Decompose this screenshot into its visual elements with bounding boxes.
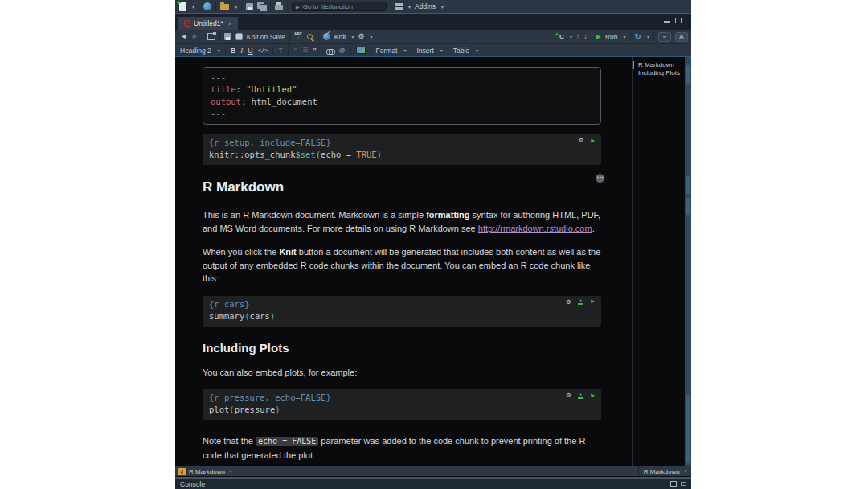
new-project-icon[interactable] — [203, 2, 211, 10]
tab-close-icon[interactable]: × — [228, 20, 232, 27]
save-all-icon[interactable] — [257, 2, 266, 10]
citation-button[interactable]: @ — [338, 47, 345, 54]
editor-content-area: --- title: "Untitled" output: html_docum… — [175, 57, 691, 466]
status-left[interactable]: # R Markdown ▴ ▾ — [175, 468, 231, 475]
bulleted-list-button[interactable]: ≡ — [293, 47, 297, 54]
chunk-options-gear-icon[interactable]: ⚙ — [579, 137, 583, 144]
run-chunk-icon[interactable]: ▶ — [591, 138, 595, 144]
numbered-list-button[interactable]: ≣ — [302, 47, 309, 54]
find-replace-icon[interactable] — [306, 33, 314, 41]
blockquote-button[interactable]: ” — [313, 49, 317, 55]
spellcheck-icon[interactable]: ABC ✓ — [294, 33, 302, 41]
tab-title: Untitled1* — [194, 19, 223, 27]
addins-grid-icon[interactable] — [395, 3, 403, 10]
code-format-button[interactable]: </> — [258, 47, 268, 54]
link-button[interactable] — [326, 49, 334, 53]
insert-menu[interactable]: Insert — [416, 47, 433, 55]
settings-dropdown-icon[interactable]: ▾ — [371, 34, 373, 39]
run-play-icon[interactable]: ▶ — [596, 34, 601, 40]
code-token: ) — [270, 311, 275, 321]
yaml-metadata-block[interactable]: --- title: "Untitled" output: html_docum… — [203, 67, 601, 125]
divider-segment — [686, 176, 690, 194]
goto-file-function-input[interactable]: ▶ Go to file/function — [292, 2, 387, 11]
paragraph-text: When you click the — [203, 247, 279, 257]
toolbar-separator — [199, 2, 199, 11]
chunk-options-gear-icon[interactable]: ⚙ — [567, 392, 571, 399]
code-chunk-setup[interactable]: {r setup, include=FALSE} knitr::opts_chu… — [203, 134, 601, 165]
paragraph-text: This is an R Markdown document. Markdown… — [203, 210, 426, 220]
yaml-fence: --- — [211, 109, 226, 118]
rmarkdown-link[interactable]: http://rmarkdown.rstudio.com — [478, 224, 592, 233]
run-all-chunks-above-icon[interactable]: ▾ — [578, 298, 583, 305]
code-token: TRUE — [356, 150, 376, 159]
document-column: --- title: "Untitled" output: html_docum… — [203, 57, 601, 462]
addins-grid-dropdown-icon[interactable]: ▾ — [408, 4, 411, 10]
format-menu-dropdown-icon[interactable]: ▾ — [403, 47, 406, 53]
run-all-chunks-above-icon[interactable]: ▾ — [578, 392, 583, 399]
rerun-icon[interactable]: ↻ — [635, 33, 641, 41]
code-chunk-pressure[interactable]: {r pressure, echo=FALSE} plot(pressure) … — [203, 389, 601, 420]
code-chunk-cars[interactable]: {r cars} summary(cars) ⚙ ▾ ▶ — [203, 296, 601, 327]
run-dropdown-icon[interactable]: ▾ — [624, 34, 626, 39]
italic-button[interactable]: I — [240, 47, 243, 55]
outline-item-including-plots[interactable]: Including Plots — [633, 69, 691, 77]
knit-dropdown-icon[interactable]: ▾ — [351, 34, 354, 39]
heading-dropdown-icon[interactable]: ▾ — [218, 47, 220, 53]
bold-button[interactable]: B — [231, 47, 236, 55]
new-file-icon[interactable] — [179, 2, 186, 11]
goto-placeholder: Go to file/function — [303, 3, 353, 10]
go-to-next-chunk-icon[interactable]: ↓ — [583, 33, 588, 40]
save-document-icon[interactable] — [224, 33, 231, 40]
console-maximize-icon[interactable] — [681, 482, 686, 486]
editor-options-dots-button[interactable]: ⋯ — [596, 174, 604, 183]
clear-formatting-button[interactable]: T — [278, 47, 283, 55]
run-chunk-icon[interactable]: ▶ — [591, 392, 595, 399]
open-file-icon[interactable] — [220, 4, 229, 10]
print-icon[interactable] — [275, 5, 283, 10]
insert-menu-dropdown-icon[interactable]: ▾ — [440, 47, 443, 53]
code-token: summary — [209, 311, 244, 321]
knit-yarn-icon[interactable] — [323, 33, 330, 40]
insert-chunk-dropdown-icon[interactable]: ▾ — [570, 34, 572, 39]
knit-on-save-checkbox[interactable] — [235, 33, 243, 40]
chunk-options-gear-icon[interactable]: ⚙ — [567, 298, 571, 306]
insert-image-button[interactable] — [356, 47, 366, 54]
forward-icon[interactable]: ► — [191, 33, 199, 40]
table-menu[interactable]: Table — [453, 47, 469, 55]
outline-item-r-markdown[interactable]: R Markdown — [633, 61, 691, 69]
addins-dropdown-icon[interactable]: ▾ — [441, 4, 444, 10]
save-icon[interactable] — [246, 3, 253, 10]
document-settings-gear-icon[interactable]: ⚙ — [358, 33, 364, 40]
new-file-dropdown-icon[interactable]: ▾ — [192, 4, 194, 10]
status-sorter-icon: ▴ ▾ — [230, 470, 231, 474]
right-pane-divider[interactable] — [685, 57, 691, 466]
paragraph-3: You can also embed plots, for example: — [203, 366, 601, 380]
underline-button[interactable]: U — [248, 47, 253, 55]
insert-chunk-icon[interactable]: C — [555, 33, 564, 40]
markdown-section-icon: # — [178, 468, 186, 475]
format-menu[interactable]: Format — [376, 47, 398, 55]
knit-button-label[interactable]: Knit — [334, 33, 346, 41]
go-to-previous-chunk-icon[interactable]: ↑ — [576, 33, 580, 40]
addins-label[interactable]: Addins — [415, 2, 436, 10]
rerun-dropdown-icon[interactable]: ▾ — [647, 34, 649, 39]
open-in-new-window-icon[interactable] — [207, 33, 215, 40]
visual-editor-toggle-button[interactable]: A — [675, 32, 688, 42]
source-outline-toggle-button[interactable]: ≡ — [658, 32, 671, 42]
maximize-pane-icon[interactable] — [675, 18, 682, 23]
visual-editor-canvas[interactable]: --- title: "Untitled" output: html_docum… — [175, 57, 632, 466]
status-right-mode-selector[interactable]: R Markdown ▴ ▾ — [638, 466, 691, 476]
console-pane-header[interactable]: Console — [175, 479, 691, 489]
tab-untitled1[interactable]: Untitled1* × — [178, 17, 238, 30]
table-menu-dropdown-icon[interactable]: ▾ — [476, 47, 478, 53]
heading-level-selector[interactable]: Heading 2 — [180, 47, 211, 55]
minimize-pane-icon[interactable] — [664, 21, 670, 23]
yaml-output-key: output — [211, 97, 241, 106]
run-button-label[interactable]: Run — [605, 33, 618, 41]
toolbar-separator — [411, 46, 411, 55]
run-chunk-icon[interactable]: ▶ — [591, 298, 595, 305]
open-file-dropdown-icon[interactable]: ▾ — [235, 4, 237, 10]
heading-including-plots: Including Plots — [203, 341, 601, 355]
back-icon[interactable]: ◄ — [180, 33, 187, 40]
console-restore-icon[interactable] — [670, 481, 677, 487]
